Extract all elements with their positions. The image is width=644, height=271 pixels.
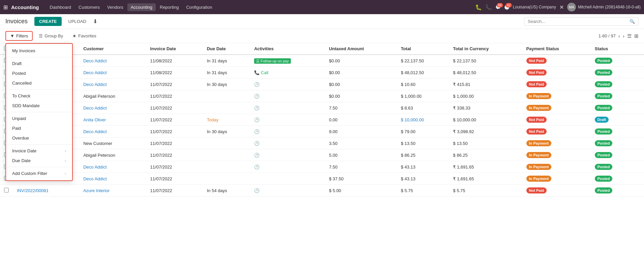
upload-button[interactable]: UPLOAD [65,17,90,26]
user-menu[interactable]: MA Mitchell Admin (20814848-16-0-all) [567,3,641,11]
customer-link[interactable]: Deco Addict [83,58,106,63]
activity-clock[interactable]: 🕐 [254,129,259,134]
customer-cell[interactable]: Deco Addict [79,126,146,138]
table-body: INV/2022/00003 Deco Addict 11/08/2022 In… [0,55,644,197]
download-button[interactable]: ⬇ [93,18,97,25]
groupby-button[interactable]: ☰ Group By [35,32,66,40]
customer-cell[interactable]: Deco Addict [79,173,146,185]
table-row: INV/2022/00087 Anita Oliver 11/07/2022 T… [0,114,644,126]
activity-cell[interactable]: ☰ Follow-up on pay [250,55,325,67]
settings-icon[interactable]: ✕ [559,4,564,10]
tasks-badge[interactable]: 🕐 42 [504,5,510,10]
header-due-date[interactable]: Due Date [203,43,250,55]
activity-badge[interactable]: ☰ Follow-up on pay [254,58,291,64]
brand-name[interactable]: Accounting [11,4,39,10]
phone-icon[interactable]: 📞 [485,4,492,10]
header-invoice-date[interactable]: Invoice Date [146,43,203,55]
nav-vendors[interactable]: Vendors [104,3,127,11]
list-view-button[interactable]: ☰ [627,33,632,39]
customer-cell[interactable]: Azure Interior [79,185,146,197]
header-payment-status[interactable]: Payment Status [522,43,591,55]
search-input[interactable] [528,19,630,24]
nav-configuration[interactable]: Configuration [183,3,215,11]
settings-columns-button[interactable]: ⊞ [634,33,639,39]
customer-cell[interactable]: Deco Addict [79,79,146,90]
next-button[interactable]: › [623,33,624,39]
filter-due-date[interactable]: Due Date › [6,156,72,165]
filters-button[interactable]: ▼ Filters [5,31,33,41]
customer-name: New Customer [83,141,112,146]
filter-paid[interactable]: Paid [6,123,72,133]
header-untaxed[interactable]: Untaxed Amount [325,43,397,55]
activity-cell[interactable]: 🕐 [250,138,325,149]
filter-posted[interactable]: Posted [6,68,72,78]
grid-icon[interactable]: ⊞ [3,4,8,10]
nav-dashboard[interactable]: Dashboard [47,3,75,11]
header-activities[interactable]: Activities [250,43,325,55]
customer-cell[interactable]: New Customer [79,138,146,149]
header-actions [634,43,644,55]
filter-cancelled[interactable]: Cancelled [6,78,72,88]
filter-sdd-mandate[interactable]: SDD Mandate [6,101,72,111]
customer-link[interactable]: Azure Interior [83,188,110,193]
customer-cell[interactable]: Abigail Peterson [79,90,146,102]
filter-my-invoices[interactable]: My Invoices [6,46,72,56]
header-total[interactable]: Total [397,43,449,55]
invoice-number[interactable]: INV/2022/00081 [13,185,79,197]
customer-cell[interactable]: Deco Addict [79,161,146,173]
activity-cell[interactable]: 🕐 [250,126,325,138]
company-name[interactable]: Louisana(US) Company [513,5,556,9]
activity-cell[interactable]: 🕐 [250,161,325,173]
customer-cell[interactable]: Anita Oliver [79,114,146,126]
activity-call[interactable]: 📞 Call [254,70,268,75]
filter-overdue[interactable]: Overdue [6,133,72,143]
activity-cell[interactable]: 🕐 [250,79,325,90]
customer-cell[interactable]: Deco Addict [79,102,146,114]
customer-link[interactable]: Deco Addict [83,82,106,87]
filter-add-custom[interactable]: Add Custom Filter › [6,169,72,178]
prev-button[interactable]: ‹ [618,33,620,39]
nav-reporting[interactable]: Reporting [156,3,182,11]
activity-cell[interactable]: 🕐 [250,102,325,114]
activity-cell[interactable]: 📞 Call [250,67,325,79]
favorites-button[interactable]: ★ Favorites [69,32,99,40]
messages-badge[interactable]: 💬 66 [495,5,501,10]
customer-link[interactable]: Anita Oliver [83,117,106,122]
chevron-right-icon-2: › [65,158,66,163]
activity-clock[interactable]: 🕐 [254,117,259,122]
nav-customers[interactable]: Customers [75,3,103,11]
customer-link[interactable]: Deco Addict [83,164,106,170]
activity-clock[interactable]: 🕐 [254,153,259,158]
customer-link[interactable]: Deco Addict [83,176,106,181]
activity-clock[interactable]: 🕐 [254,164,259,170]
create-button[interactable]: CREATE [34,17,61,26]
customer-link[interactable]: Deco Addict [83,70,106,75]
activity-clock[interactable]: 🕐 [254,188,259,193]
activity-cell[interactable]: 🕐 [250,114,325,126]
activity-cell[interactable]: 🕐 [250,90,325,102]
customer-link[interactable]: Deco Addict [83,129,106,134]
filter-unpaid[interactable]: Unpaid [6,114,72,123]
activity-cell[interactable] [250,173,325,185]
filter-invoice-date[interactable]: Invoice Date › [6,146,72,156]
activity-clock[interactable]: 🕐 [254,94,259,99]
nav-accounting[interactable]: Accounting [127,3,156,11]
filter-to-check[interactable]: To Check [6,91,72,101]
row-checkbox[interactable] [0,185,13,197]
activity-cell[interactable]: 🕐 [250,149,325,161]
activity-clock[interactable]: 🕐 [254,106,259,111]
header-total-currency[interactable]: Total in Currency [449,43,522,55]
customer-cell[interactable]: Deco Addict [79,67,146,79]
activity-clock[interactable]: 🕐 [254,82,259,87]
activity-cell[interactable]: 🕐 [250,185,325,197]
customer-link[interactable]: Deco Addict [83,106,106,111]
activity-clock[interactable]: 🕐 [254,141,259,146]
table-row: INV/2022/00089 Abigail Peterson 11/07/20… [0,90,644,102]
bug-icon[interactable]: 🐛 [475,4,482,10]
customer-cell[interactable]: Deco Addict [79,55,146,67]
customer-cell[interactable]: Abigail Peterson [79,149,146,161]
header-status[interactable]: Status [591,43,634,55]
status-badge: Posted [595,93,613,99]
filter-draft[interactable]: Draft [6,59,72,68]
header-customer[interactable]: Customer [79,43,146,55]
